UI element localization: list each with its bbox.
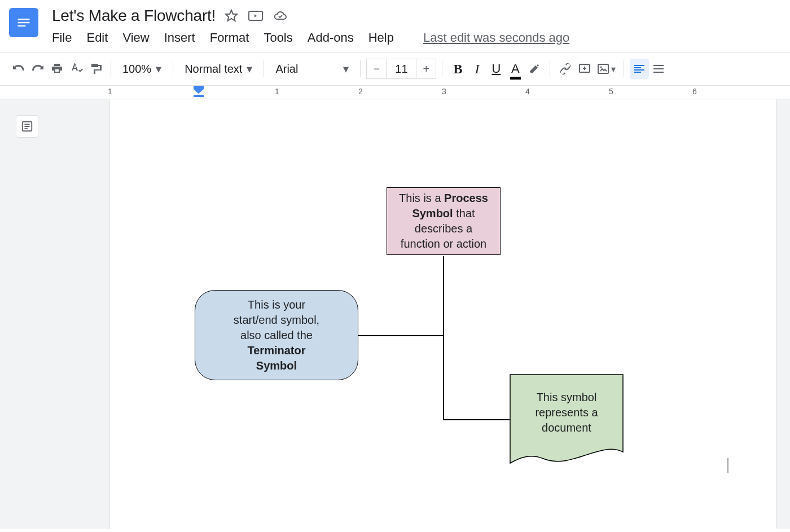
underline-button[interactable]: U	[486, 59, 506, 79]
spellcheck-button[interactable]	[67, 59, 86, 79]
font-size-decrease-button[interactable]: −	[366, 59, 387, 79]
menu-insert[interactable]: Insert	[164, 30, 195, 45]
star-icon[interactable]	[225, 9, 238, 23]
chevron-down-icon: ▾	[247, 62, 252, 76]
bold-button[interactable]: B	[448, 59, 467, 79]
flowchart-process-shape[interactable]: This is a Process Symbol that describes …	[387, 187, 501, 255]
menu-file[interactable]: File	[52, 30, 72, 45]
menu-help[interactable]: Help	[368, 30, 394, 45]
app-header: Let's Make a Flowchart! File Edit View I…	[0, 0, 790, 52]
font-family-select[interactable]: Arial ▾	[270, 62, 354, 76]
italic-button[interactable]: I	[467, 59, 486, 79]
align-left-button[interactable]	[630, 59, 649, 79]
font-family-value: Arial	[275, 63, 298, 76]
toolbar: 100% ▾ Normal text ▾ Arial ▾ − + B I U A	[0, 52, 790, 86]
menu-format[interactable]: Format	[210, 30, 249, 45]
svg-point-4	[600, 67, 602, 68]
menu-view[interactable]: View	[122, 30, 149, 45]
text-cursor	[727, 458, 728, 473]
paragraph-style-select[interactable]: Normal text ▾	[179, 62, 258, 76]
ruler-mark: 5	[609, 87, 613, 96]
svg-marker-5	[194, 86, 204, 94]
text-color-button[interactable]: A	[506, 59, 525, 79]
svg-rect-6	[194, 95, 204, 97]
docs-logo-icon[interactable]	[9, 8, 38, 37]
ruler-mark: 1	[108, 87, 112, 96]
ruler-mark: 4	[525, 87, 530, 96]
zoom-select[interactable]: 100% ▾	[117, 62, 167, 76]
document-shape-text: This symbol represents a document	[510, 390, 624, 436]
insert-image-button[interactable]: ▾	[594, 59, 618, 79]
workspace: 1 1 2 3 4 5 6 This is your start/end sym…	[0, 86, 790, 529]
insert-link-button[interactable]	[556, 59, 575, 79]
last-edit-link[interactable]: Last edit was seconds ago	[423, 30, 569, 45]
paint-format-button[interactable]	[86, 59, 105, 79]
chevron-down-icon: ▾	[156, 62, 161, 76]
menu-edit[interactable]: Edit	[86, 30, 108, 45]
zoom-value: 100%	[122, 63, 151, 76]
svg-rect-3	[598, 64, 608, 73]
document-outline-button[interactable]	[16, 115, 38, 138]
menu-addons[interactable]: Add-ons	[308, 30, 354, 45]
chevron-down-icon: ▾	[611, 64, 616, 74]
redo-button[interactable]	[28, 59, 47, 79]
connector-line	[443, 419, 510, 420]
flowchart-document-shape[interactable]: This symbol represents a document	[510, 374, 624, 464]
ruler-mark: 3	[442, 87, 446, 96]
ruler-mark: 2	[358, 87, 363, 96]
flowchart-terminator-shape[interactable]: This is your start/end symbol, also call…	[195, 290, 358, 380]
indent-marker-icon[interactable]	[194, 86, 204, 99]
font-size-control: − +	[366, 59, 436, 79]
highlight-button[interactable]	[525, 59, 544, 79]
svg-marker-0	[226, 10, 237, 21]
menu-bar: File Edit View Insert Format Tools Add-o…	[52, 25, 781, 52]
font-size-input[interactable]	[387, 59, 416, 79]
ruler-mark: 1	[275, 87, 279, 96]
document-title[interactable]: Let's Make a Flowchart!	[52, 7, 216, 25]
print-button[interactable]	[47, 59, 67, 79]
document-page[interactable]: This is your start/end symbol, also call…	[110, 99, 776, 529]
move-icon[interactable]	[248, 10, 263, 22]
line-spacing-button[interactable]	[649, 59, 668, 79]
process-text: This is a Process Symbol that describes …	[399, 191, 488, 252]
chevron-down-icon: ▾	[343, 62, 349, 76]
font-size-increase-button[interactable]: +	[416, 59, 436, 79]
cloud-status-icon[interactable]	[273, 10, 288, 22]
ruler-mark: 6	[692, 87, 697, 96]
terminator-text: This is your start/end symbol, also call…	[234, 297, 319, 373]
add-comment-button[interactable]	[575, 59, 594, 79]
horizontal-ruler[interactable]: 1 1 2 3 4 5 6	[0, 86, 790, 99]
menu-tools[interactable]: Tools	[264, 30, 292, 45]
connector-line	[358, 335, 443, 336]
connector-line	[443, 256, 444, 420]
paragraph-style-value: Normal text	[185, 63, 242, 76]
undo-button[interactable]	[9, 59, 28, 79]
